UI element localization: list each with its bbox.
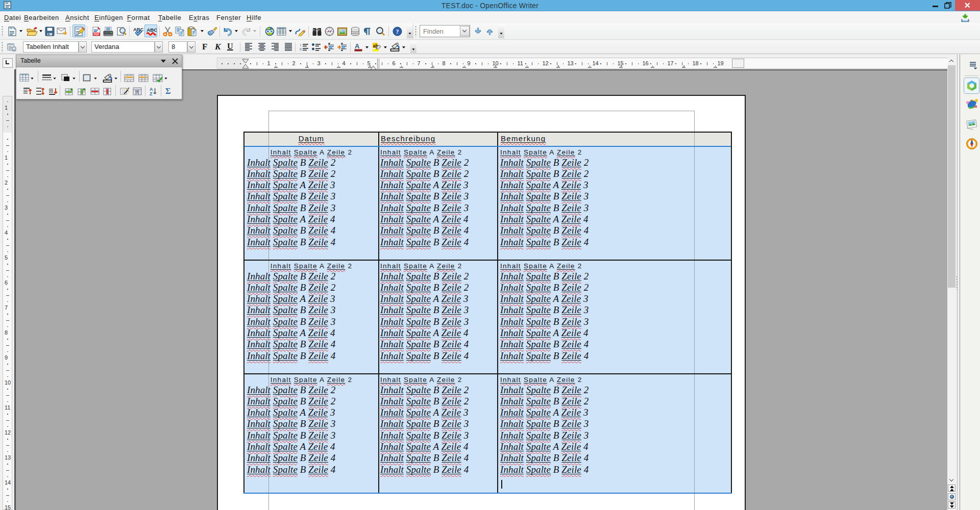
svg-text:Z: Z [150, 91, 153, 96]
svg-text:Σ: Σ [165, 87, 170, 95]
svg-text:ABC: ABC [147, 27, 157, 33]
svg-text:PDF: PDF [94, 33, 100, 36]
svg-text:II: II [300, 47, 302, 52]
svg-text:N: N [971, 139, 973, 142]
svg-text:ABC: ABC [133, 27, 143, 32]
svg-text:A: A [355, 42, 360, 50]
svg-text:?: ? [396, 28, 399, 35]
